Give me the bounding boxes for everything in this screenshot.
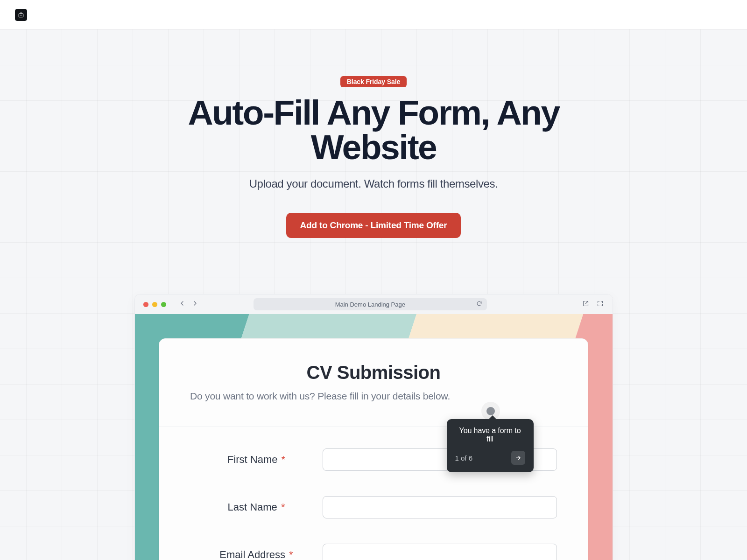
svg-point-3 <box>21 12 21 13</box>
expand-icon[interactable] <box>597 300 604 309</box>
add-to-chrome-button[interactable]: Add to Chrome - Limited Time Offer <box>286 213 461 238</box>
address-text: Main Demo Landing Page <box>335 301 405 308</box>
nav-arrows <box>178 300 199 309</box>
tooltip-step-count: 1 of 6 <box>455 454 473 462</box>
topbar <box>0 0 747 29</box>
hero-subtitle: Upload your document. Watch forms fill t… <box>0 177 747 190</box>
email-input[interactable] <box>323 544 557 560</box>
arrow-right-icon <box>515 455 521 461</box>
refresh-icon[interactable] <box>476 301 482 308</box>
email-label: Email Address * <box>190 549 323 560</box>
address-bar[interactable]: Main Demo Landing Page <box>254 298 487 310</box>
field-row-last-name: Last Name * <box>190 496 557 518</box>
svg-point-2 <box>21 14 22 15</box>
maximize-dot-icon <box>161 302 166 307</box>
tooltip-next-button[interactable] <box>511 451 525 465</box>
first-name-label: First Name * <box>190 454 323 466</box>
last-name-label: Last Name * <box>190 501 323 513</box>
browser-mock: Main Demo Landing Page <box>134 294 613 560</box>
forward-icon[interactable] <box>191 300 199 309</box>
app-logo[interactable] <box>15 9 27 21</box>
close-dot-icon <box>143 302 148 307</box>
hero-section: Black Friday Sale Auto-Fill Any Form, An… <box>0 29 747 560</box>
browser-chrome-bar: Main Demo Landing Page <box>135 294 613 314</box>
sale-badge: Black Friday Sale <box>340 76 407 87</box>
robot-icon <box>17 11 25 19</box>
svg-rect-0 <box>19 14 23 17</box>
back-icon[interactable] <box>178 300 186 309</box>
svg-point-1 <box>20 14 21 15</box>
traffic-lights <box>143 302 166 307</box>
onboarding-tooltip: You have a form to fill 1 of 6 <box>447 419 534 472</box>
required-asterisk: * <box>286 549 293 560</box>
form-title: CV Submission <box>190 362 557 383</box>
open-external-icon[interactable] <box>582 300 589 309</box>
field-row-email: Email Address * <box>190 544 557 560</box>
form-subtitle: Do you want to work with us? Please fill… <box>190 391 557 402</box>
hero-title: Auto-Fill Any Form, Any Website <box>163 96 584 164</box>
required-asterisk: * <box>278 501 285 513</box>
browser-viewport: CV Submission Do you want to work with u… <box>135 314 613 560</box>
required-asterisk: * <box>278 454 285 465</box>
minimize-dot-icon <box>152 302 157 307</box>
last-name-input[interactable] <box>323 496 557 518</box>
tooltip-title: You have a form to fill <box>455 427 525 443</box>
